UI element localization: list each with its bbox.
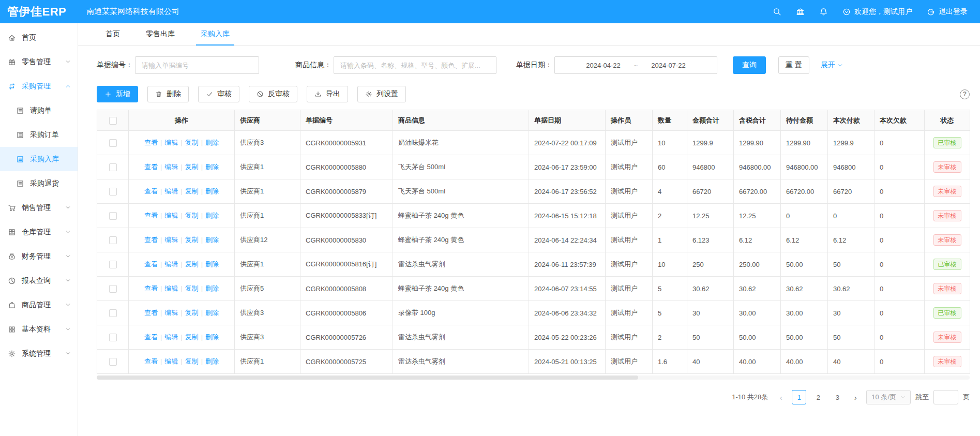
sidebar-item-sales-mgmt[interactable]: 销售管理 bbox=[0, 196, 78, 220]
edit-link[interactable]: 编辑 bbox=[164, 139, 178, 146]
page-button-2[interactable]: 2 bbox=[811, 390, 825, 404]
view-link[interactable]: 查看 bbox=[144, 260, 158, 268]
delete-button[interactable]: 删除 bbox=[147, 86, 189, 102]
unaudit-button[interactable]: 反审核 bbox=[249, 86, 297, 102]
date-end[interactable]: 2024-07-22 bbox=[651, 62, 686, 69]
delete-link[interactable]: 删除 bbox=[205, 236, 219, 244]
delete-link[interactable]: 删除 bbox=[205, 212, 219, 219]
row-checkbox[interactable] bbox=[109, 309, 117, 317]
goods-info-input[interactable] bbox=[334, 56, 496, 74]
edit-link[interactable]: 编辑 bbox=[164, 284, 178, 292]
sidebar-item-purchase-inbound[interactable]: 采购入库 bbox=[0, 147, 78, 171]
edit-link[interactable]: 编辑 bbox=[164, 236, 178, 244]
sidebar-item-system-mgmt[interactable]: 系统管理 bbox=[0, 341, 78, 366]
sidebar-item-purchase-request[interactable]: 请购单 bbox=[0, 98, 78, 123]
page-button-1[interactable]: 1 bbox=[792, 390, 806, 404]
view-link[interactable]: 查看 bbox=[144, 284, 158, 292]
sidebar-item-retail-mgmt[interactable]: 零售管理 bbox=[0, 50, 78, 74]
view-link[interactable]: 查看 bbox=[144, 163, 158, 171]
cell-operator: 测试用户 bbox=[606, 325, 653, 350]
bell-icon[interactable] bbox=[819, 7, 828, 16]
audit-button[interactable]: 审核 bbox=[198, 86, 239, 102]
delete-link[interactable]: 删除 bbox=[205, 357, 219, 365]
help-icon[interactable]: ? bbox=[960, 89, 970, 99]
sidebar-item-purchase-order[interactable]: 采购订单 bbox=[0, 123, 78, 147]
row-checkbox[interactable] bbox=[109, 334, 117, 341]
select-all-checkbox[interactable] bbox=[109, 117, 117, 125]
page-size-select[interactable]: 10 条/页 bbox=[866, 390, 911, 404]
prev-page-arrow[interactable]: ‹ bbox=[775, 390, 787, 404]
reset-button[interactable]: 重 置 bbox=[778, 56, 809, 74]
copy-link[interactable]: 复制 bbox=[185, 212, 199, 219]
delete-link[interactable]: 删除 bbox=[205, 309, 219, 317]
tab-purchase-inbound[interactable]: 采购入库 bbox=[188, 23, 243, 45]
view-link[interactable]: 查看 bbox=[144, 333, 158, 341]
search-button[interactable]: 查询 bbox=[733, 56, 766, 74]
row-checkbox[interactable] bbox=[109, 139, 117, 147]
logout-button[interactable]: 退出登录 bbox=[927, 7, 968, 17]
delete-link[interactable]: 删除 bbox=[205, 187, 219, 195]
copy-link[interactable]: 复制 bbox=[185, 309, 199, 317]
copy-link[interactable]: 复制 bbox=[185, 187, 199, 195]
copy-link[interactable]: 复制 bbox=[185, 333, 199, 341]
bill-no-input[interactable] bbox=[135, 56, 259, 74]
edit-link[interactable]: 编辑 bbox=[164, 212, 178, 219]
search-icon[interactable] bbox=[773, 7, 781, 16]
sidebar-item-purchase-return[interactable]: 采购退货 bbox=[0, 171, 78, 196]
page-button-3[interactable]: 3 bbox=[830, 390, 845, 404]
view-link[interactable]: 查看 bbox=[144, 139, 158, 146]
view-link[interactable]: 查看 bbox=[144, 309, 158, 317]
sidebar-item-home[interactable]: 首页 bbox=[0, 25, 78, 50]
date-start[interactable]: 2024-04-22 bbox=[586, 62, 621, 69]
delete-link[interactable]: 删除 bbox=[205, 139, 219, 146]
copy-link[interactable]: 复制 bbox=[185, 163, 199, 171]
row-checkbox[interactable] bbox=[109, 163, 117, 171]
copy-link[interactable]: 复制 bbox=[185, 236, 199, 244]
delete-link[interactable]: 删除 bbox=[205, 284, 219, 292]
column-settings-button[interactable]: 列设置 bbox=[357, 86, 406, 102]
cell-date: 2024-07-22 00:17:09 bbox=[529, 131, 606, 155]
scrollbar-thumb[interactable] bbox=[97, 375, 638, 380]
sidebar-item-warehouse-mgmt[interactable]: 仓库管理 bbox=[0, 220, 78, 244]
delete-link[interactable]: 删除 bbox=[205, 163, 219, 171]
copy-link[interactable]: 复制 bbox=[185, 284, 199, 292]
sidebar-item-finance-mgmt[interactable]: 财务管理 bbox=[0, 244, 78, 268]
sidebar-item-base-data[interactable]: 基本资料 bbox=[0, 317, 78, 341]
table-row: 查看|编辑|复制|删除供应商3CGRK00000005931奶油味爆米花2024… bbox=[97, 131, 970, 155]
edit-link[interactable]: 编辑 bbox=[164, 357, 178, 365]
user-welcome[interactable]: 欢迎您，测试用户 bbox=[842, 7, 912, 17]
row-checkbox[interactable] bbox=[109, 285, 117, 293]
edit-link[interactable]: 编辑 bbox=[164, 187, 178, 195]
sidebar-item-purchase-mgmt[interactable]: 采购管理 bbox=[0, 74, 78, 98]
delete-link[interactable]: 删除 bbox=[205, 260, 219, 268]
bank-icon[interactable] bbox=[796, 7, 805, 16]
view-link[interactable]: 查看 bbox=[144, 212, 158, 219]
copy-link[interactable]: 复制 bbox=[185, 357, 199, 365]
sidebar-item-report-query[interactable]: 报表查询 bbox=[0, 268, 78, 293]
export-button[interactable]: 导出 bbox=[307, 86, 348, 102]
tab-home[interactable]: 首页 bbox=[93, 23, 133, 45]
view-link[interactable]: 查看 bbox=[144, 187, 158, 195]
copy-link[interactable]: 复制 bbox=[185, 139, 199, 146]
expand-link[interactable]: 展开 bbox=[821, 61, 843, 70]
sidebar-item-goods-mgmt[interactable]: 商品管理 bbox=[0, 293, 78, 317]
jump-page-input[interactable] bbox=[933, 390, 958, 404]
view-link[interactable]: 查看 bbox=[144, 236, 158, 244]
delete-link[interactable]: 删除 bbox=[205, 333, 219, 341]
tab-retail-outbound[interactable]: 零售出库 bbox=[133, 23, 188, 45]
row-checkbox[interactable] bbox=[109, 212, 117, 220]
status-badge: 已审核 bbox=[933, 259, 961, 270]
row-checkbox[interactable] bbox=[109, 358, 117, 366]
add-button[interactable]: 新增 bbox=[97, 86, 138, 102]
next-page-arrow[interactable]: › bbox=[849, 390, 862, 404]
view-link[interactable]: 查看 bbox=[144, 357, 158, 365]
copy-link[interactable]: 复制 bbox=[185, 260, 199, 268]
edit-link[interactable]: 编辑 bbox=[164, 260, 178, 268]
row-checkbox[interactable] bbox=[109, 261, 117, 268]
edit-link[interactable]: 编辑 bbox=[164, 333, 178, 341]
edit-link[interactable]: 编辑 bbox=[164, 163, 178, 171]
date-range-picker[interactable]: 2024-04-22 ~ 2024-07-22 bbox=[554, 56, 717, 74]
row-checkbox[interactable] bbox=[109, 188, 117, 196]
row-checkbox[interactable] bbox=[109, 236, 117, 244]
edit-link[interactable]: 编辑 bbox=[164, 309, 178, 317]
